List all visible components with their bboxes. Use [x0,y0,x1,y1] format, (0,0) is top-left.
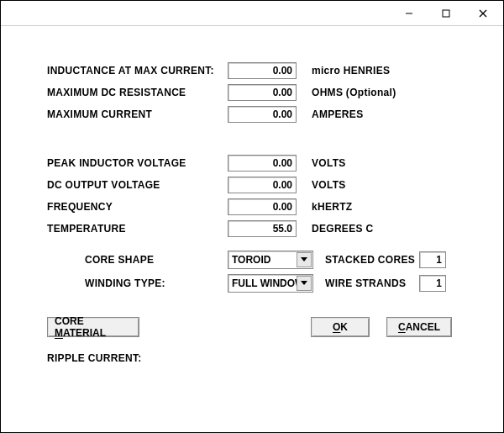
input-dc-output[interactable] [228,177,297,193]
select-winding-type-button[interactable] [297,276,312,291]
select-winding-type[interactable]: FULL WINDOW [228,274,313,293]
minimize-button[interactable] [391,2,428,25]
unit-inductance: micro HENRIES [312,65,390,77]
maximize-icon [442,9,450,18]
label-core-shape: CORE SHAPE [85,254,228,266]
select-core-shape-button[interactable] [297,252,312,267]
row-temperature: TEMPERATURE DEGREES C [47,218,478,240]
label-dc-output: DC OUTPUT VOLTAGE [47,179,228,191]
cancel-label: CANCEL [398,321,440,333]
select-winding-type-value: FULL WINDOW [232,277,297,289]
label-winding-type: WINDING TYPE: [85,277,228,289]
label-max-dc-resistance: MAXIMUM DC RESISTANCE [47,87,228,98]
titlebar [1,1,503,26]
unit-max-current: AMPERES [312,108,363,120]
chevron-down-icon [301,281,307,286]
dialog-content: INDUCTANCE AT MAX CURRENT: micro HENRIES… [1,26,503,381]
unit-max-dc-resistance: OHMS (Optional) [312,87,396,98]
row-winding-type: WINDING TYPE: FULL WINDOW WIRE STRANDS [47,272,478,295]
row-max-current: MAXIMUM CURRENT AMPERES [47,103,478,125]
svg-rect-1 [443,10,449,17]
close-icon [479,9,487,18]
svg-marker-4 [301,257,307,261]
input-wire-strands[interactable] [419,275,446,292]
unit-frequency: kHERTZ [312,201,352,213]
row-core-shape: CORE SHAPE TOROID STACKED CORES [47,248,478,272]
input-max-current[interactable] [228,106,297,123]
dialog-window: INDUCTANCE AT MAX CURRENT: micro HENRIES… [0,0,504,433]
cancel-button[interactable]: CANCEL [386,317,452,337]
input-stacked-cores[interactable] [419,251,446,268]
input-max-dc-resistance[interactable] [228,84,297,101]
label-stacked-cores: STACKED CORES [325,254,419,266]
input-temperature[interactable] [228,220,297,237]
unit-temperature: DEGREES C [312,223,373,235]
row-max-dc-resistance: MAXIMUM DC RESISTANCE OHMS (Optional) [47,82,478,103]
input-inductance[interactable] [228,62,297,79]
input-peak-voltage[interactable] [228,155,297,172]
button-row: CORE MATERIAL OK CANCEL [47,317,478,337]
unit-dc-output: VOLTS [312,179,346,191]
label-max-current: MAXIMUM CURRENT [47,108,228,120]
row-inductance: INDUCTANCE AT MAX CURRENT: micro HENRIES [47,60,478,82]
svg-marker-5 [301,281,307,285]
label-wire-strands: WIRE STRANDS [325,277,419,289]
label-peak-voltage: PEAK INDUCTOR VOLTAGE [47,157,228,169]
row-peak-voltage: PEAK INDUCTOR VOLTAGE VOLTS [47,152,478,174]
ok-label: OK [333,321,348,333]
maximize-button[interactable] [428,2,465,25]
row-dc-output: DC OUTPUT VOLTAGE VOLTS [47,174,478,196]
select-core-shape[interactable]: TOROID [228,251,313,269]
row-frequency: FREQUENCY kHERTZ [47,196,478,218]
core-material-button[interactable]: CORE MATERIAL [47,317,139,337]
label-frequency: FREQUENCY [47,201,228,213]
unit-peak-voltage: VOLTS [312,157,346,169]
ripple-current-label: RIPPLE CURRENT: [47,352,478,364]
chevron-down-icon [301,257,307,262]
close-button[interactable] [465,2,501,25]
label-inductance: INDUCTANCE AT MAX CURRENT: [47,65,228,77]
select-core-shape-value: TOROID [232,254,270,266]
core-material-label: CORE MATERIAL [55,315,132,339]
minimize-icon [405,9,413,18]
ok-button[interactable]: OK [311,317,370,337]
input-frequency[interactable] [228,198,297,215]
label-temperature: TEMPERATURE [47,223,228,235]
